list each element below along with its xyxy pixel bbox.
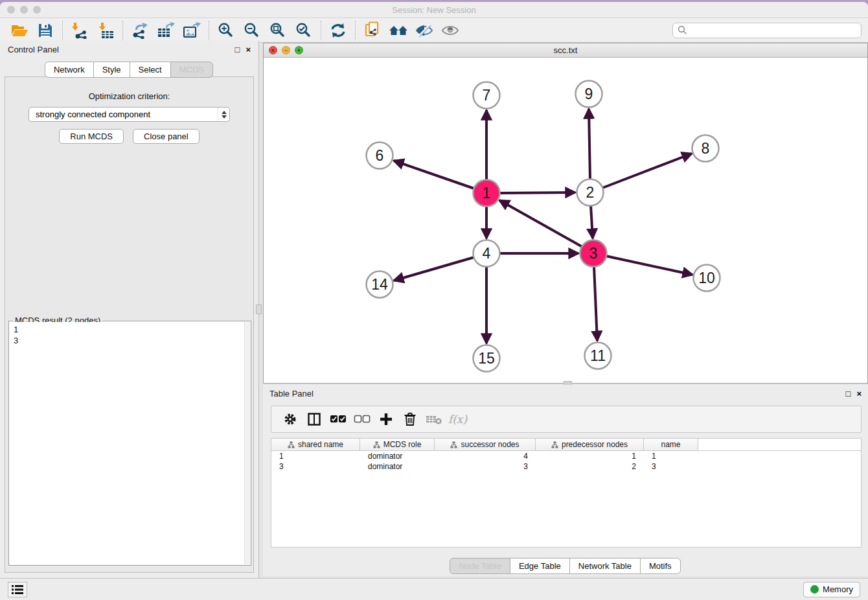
status-bar: Memory	[0, 578, 868, 600]
close-panel-button[interactable]: Close panel	[133, 129, 200, 144]
control-panel: Control Panel □ × Network Style Select M…	[0, 41, 259, 578]
zoom-in-button[interactable]	[213, 19, 239, 41]
node-label: 15	[478, 350, 495, 367]
node-label: 14	[371, 276, 388, 293]
export-network-icon	[131, 22, 149, 39]
close-panel-icon[interactable]: ×	[246, 45, 251, 54]
search-icon	[678, 25, 687, 35]
tab-network[interactable]: Network	[45, 62, 94, 78]
control-panel-title: Control Panel	[8, 45, 59, 54]
column-header-mcds-role[interactable]: MCDS role	[360, 439, 435, 450]
import-network-icon	[71, 22, 88, 39]
tab-node-table[interactable]: Node Table	[450, 558, 510, 574]
float-table-panel-icon[interactable]: □	[846, 389, 851, 398]
criterion-dropdown[interactable]: strongly connected component	[29, 107, 230, 122]
application-window: Session: New Session	[0, 2, 868, 600]
export-network-button[interactable]	[127, 19, 153, 41]
node-label: 10	[698, 270, 715, 286]
edge-3-1	[499, 200, 582, 247]
duplicate-network-button[interactable]	[360, 19, 385, 41]
export-table-button[interactable]	[153, 19, 179, 41]
home-button[interactable]	[385, 19, 411, 41]
result-scrollbar[interactable]	[244, 322, 250, 564]
node-label: 2	[586, 184, 595, 201]
plus-icon	[379, 412, 393, 426]
search-input[interactable]	[672, 23, 862, 38]
import-table-button[interactable]	[93, 19, 119, 41]
refresh-layout-button[interactable]	[325, 19, 351, 41]
float-panel-icon[interactable]: □	[235, 45, 240, 54]
control-panel-header: Control Panel □ ×	[0, 41, 258, 58]
network-window-titlebar[interactable]: × − + scc.txt	[264, 43, 867, 58]
memory-status-icon	[810, 585, 819, 594]
table-row[interactable]: 3 dominator 3 2 3	[271, 461, 861, 472]
tab-edge-table[interactable]: Edge Table	[510, 558, 570, 574]
edge-2-8	[602, 154, 692, 188]
table-panel-header: Table Panel □ ×	[263, 385, 868, 402]
network-window-title: scc.txt	[264, 45, 867, 55]
import-network-button[interactable]	[67, 19, 93, 41]
mcds-result-text[interactable]: 13	[10, 322, 244, 564]
save-session-button[interactable]	[32, 19, 58, 41]
task-history-button[interactable]	[8, 582, 27, 597]
mcds-panel-body: Optimization criterion: strongly connect…	[5, 76, 254, 573]
close-table-panel-icon[interactable]: ×	[856, 389, 862, 398]
memory-label: Memory	[823, 584, 853, 594]
toolbar-separator	[355, 21, 356, 40]
select-all-button[interactable]	[326, 408, 350, 430]
trash-icon	[404, 412, 417, 426]
edge-3-10	[606, 256, 692, 275]
tab-network-table[interactable]: Network Table	[569, 558, 641, 574]
tab-mcds[interactable]: MCDS	[170, 62, 213, 78]
table-panel: Table Panel □ ×	[263, 385, 868, 576]
column-header-shared-name[interactable]: shared name	[271, 439, 360, 450]
node-table: shared name MCDS role successor nodes pr…	[271, 438, 862, 548]
table-header-row: shared name MCDS role successor nodes pr…	[271, 439, 861, 451]
tab-style[interactable]: Style	[93, 62, 130, 78]
table-row[interactable]: 1 dominator 4 1 1	[271, 451, 861, 461]
node-label: 7	[483, 87, 491, 104]
deselect-all-button[interactable]	[350, 408, 374, 430]
vertical-splitter-handle[interactable]	[256, 305, 262, 314]
node-label: 6	[376, 147, 384, 164]
node-label: 3	[589, 245, 598, 262]
columns-icon	[307, 412, 321, 426]
export-table-icon	[157, 22, 175, 39]
tab-select[interactable]: Select	[130, 62, 171, 78]
eye-slash-icon	[415, 23, 433, 38]
shared-column-icon	[450, 441, 457, 448]
toolbar-separator	[209, 21, 209, 40]
delete-row-button[interactable]	[398, 408, 422, 430]
save-icon	[38, 23, 53, 38]
delete-table-button[interactable]	[422, 408, 446, 430]
network-view-window: × − + scc.txt	[263, 43, 868, 384]
zoom-selected-button[interactable]	[291, 19, 317, 41]
tab-motifs[interactable]: Motifs	[640, 558, 681, 574]
node-label: 1	[483, 185, 491, 202]
column-header-predecessor-nodes[interactable]: predecessor nodes	[536, 439, 644, 450]
open-session-button[interactable]	[6, 19, 32, 41]
node-label: 11	[590, 347, 606, 364]
zoom-selected-icon	[295, 22, 312, 39]
zoom-out-icon	[244, 22, 260, 39]
function-builder-button[interactable]: f(x)	[446, 408, 470, 430]
memory-button[interactable]: Memory	[803, 582, 860, 597]
export-image-button[interactable]	[179, 19, 205, 41]
network-graph-canvas[interactable]: 7 9 6 8 1 2 4 3 14 10 15 11	[264, 58, 867, 383]
edge-3-11	[594, 266, 597, 341]
main-toolbar	[0, 18, 868, 43]
hide-graphics-details-button[interactable]	[411, 19, 437, 41]
show-columns-button[interactable]	[302, 408, 326, 430]
show-graphics-details-button[interactable]	[437, 19, 463, 41]
table-settings-button[interactable]	[278, 408, 302, 430]
column-header-name[interactable]: name	[644, 439, 698, 450]
zoom-out-button[interactable]	[239, 19, 265, 41]
toolbar-separator	[321, 21, 321, 40]
add-row-button[interactable]	[374, 408, 398, 430]
deselect-all-icon	[354, 414, 371, 424]
dropdown-stepper-icon	[218, 108, 229, 121]
zoom-fit-button[interactable]	[265, 19, 291, 41]
run-mcds-button[interactable]: Run MCDS	[59, 129, 124, 144]
app-titlebar: Session: New Session	[0, 2, 868, 18]
column-header-successor-nodes[interactable]: successor nodes	[435, 439, 536, 450]
